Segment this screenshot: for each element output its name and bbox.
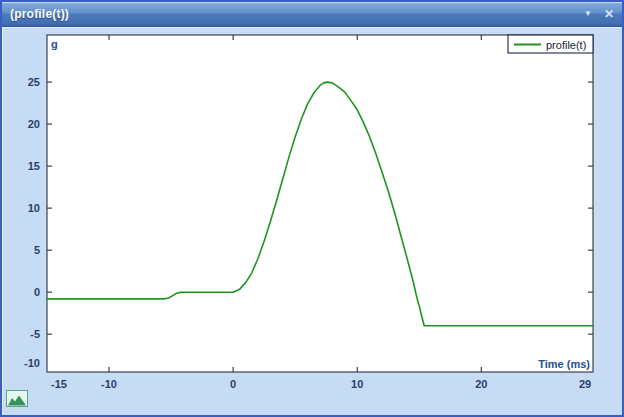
plot-thumbnail-button[interactable] bbox=[7, 391, 28, 407]
y-tick-label: 20 bbox=[28, 118, 40, 130]
x-tick-label: -10 bbox=[101, 378, 117, 390]
x-tick-label: -15 bbox=[51, 378, 67, 390]
x-axis-label: Time (ms) bbox=[538, 358, 590, 370]
y-axis-unit-label: g bbox=[51, 38, 58, 50]
close-icon[interactable]: ✕ bbox=[604, 2, 614, 26]
title-bar: (profile(t)) ▼ ✕ bbox=[2, 2, 622, 27]
window-title: (profile(t)) bbox=[10, 7, 572, 21]
plot-window: (profile(t)) ▼ ✕ -15-1001020292520151050… bbox=[0, 0, 624, 417]
y-tick-label: 10 bbox=[28, 202, 40, 214]
x-tick-label: 20 bbox=[475, 378, 487, 390]
y-tick-label: 0 bbox=[34, 286, 40, 298]
x-tick-label: 29 bbox=[579, 378, 591, 390]
legend[interactable]: profile(t) bbox=[508, 35, 593, 53]
y-tick-label: 25 bbox=[28, 76, 40, 88]
x-tick-label: 10 bbox=[351, 378, 363, 390]
y-tick-label: 15 bbox=[28, 160, 40, 172]
y-tick-label: -10 bbox=[24, 357, 40, 369]
dropdown-arrow-icon[interactable]: ▼ bbox=[584, 2, 592, 26]
plot-client-area: -15-1001020292520151050-5-10gTime (ms)pr… bbox=[2, 27, 622, 415]
legend-label: profile(t) bbox=[546, 39, 586, 51]
y-tick-label: -5 bbox=[30, 328, 40, 340]
chart-canvas[interactable]: -15-1001020292520151050-5-10gTime (ms)pr… bbox=[2, 27, 622, 415]
y-tick-label: 5 bbox=[34, 244, 40, 256]
x-tick-label: 0 bbox=[230, 378, 236, 390]
